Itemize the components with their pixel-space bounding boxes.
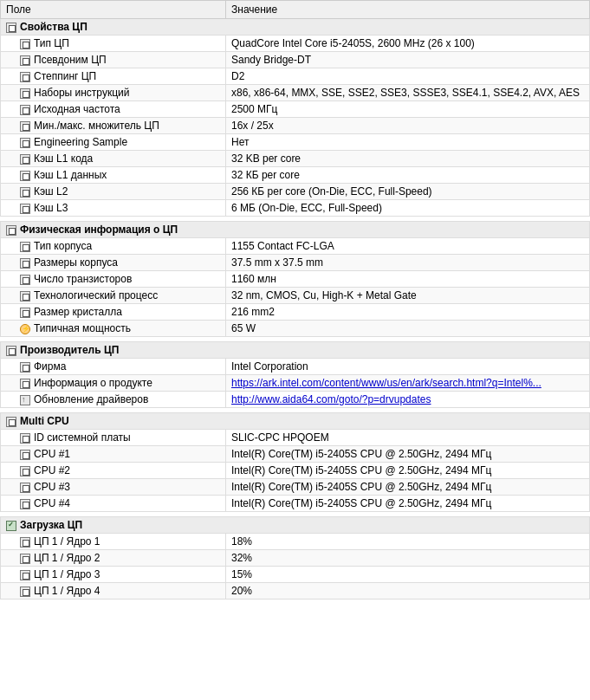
value-link[interactable]: http://www.aida64.com/goto/?p=drvupdates	[231, 393, 431, 405]
square-icon	[20, 433, 30, 444]
field-cell: Технологический процесс	[1, 288, 226, 304]
table-row: Кэш L2256 КБ per core (On-Die, ECC, Full…	[1, 184, 590, 200]
table-row: CPU #3Intel(R) Core(TM) i5-2405S CPU @ 2…	[1, 479, 590, 496]
field-cell: Степпинг ЦП	[1, 68, 226, 85]
field-cell: Мин./макс. множитель ЦП	[1, 118, 226, 134]
square-icon	[20, 171, 30, 181]
square-icon	[20, 187, 30, 198]
orange-icon	[20, 324, 30, 334]
field-cell: Тип корпуса	[1, 238, 226, 255]
value-cell: 2500 МГц	[226, 101, 590, 118]
square-icon	[20, 450, 30, 460]
table-row: Мин./макс. множитель ЦП16x / 25x	[1, 118, 590, 134]
square-icon	[20, 258, 30, 269]
square-icon	[20, 554, 30, 564]
field-cell: Кэш L1 данных	[1, 167, 226, 184]
value-cell: Sandy Bridge-DT	[226, 52, 590, 68]
section-icon	[6, 225, 16, 236]
section-row-cpu-properties: Свойства ЦП	[1, 19, 590, 36]
col-header-value: Значение	[226, 1, 590, 19]
value-cell: 65 W	[226, 321, 590, 337]
table-wrapper: Поле Значение Свойства ЦПТип ЦПQuadCore …	[0, 0, 590, 600]
field-cell: Исходная частота	[1, 101, 226, 118]
value-cell: 18%	[226, 534, 590, 550]
square-icon	[20, 121, 30, 132]
value-cell: 1160 млн	[226, 271, 590, 288]
table-row: ФирмаIntel Corporation	[1, 359, 590, 375]
value-cell: SLIC-CPC HPQOEM	[226, 430, 590, 446]
square-icon	[20, 204, 30, 214]
square-icon	[20, 88, 30, 99]
square-icon	[20, 466, 30, 476]
field-cell: Кэш L3	[1, 200, 226, 217]
field-cell: Фирма	[1, 359, 226, 375]
value-cell: Intel(R) Core(TM) i5-2405S CPU @ 2.50GHz…	[226, 463, 590, 479]
value-cell: 32 nm, CMOS, Cu, High-K + Metal Gate	[226, 288, 590, 304]
value-cell: x86, x86-64, MMX, SSE, SSE2, SSE3, SSSE3…	[226, 85, 590, 101]
value-cell: Intel(R) Core(TM) i5-2405S CPU @ 2.50GHz…	[226, 479, 590, 496]
field-cell: Кэш L1 кода	[1, 151, 226, 167]
field-cell: Число транзисторов	[1, 271, 226, 288]
table-row: Кэш L36 МБ (On-Die, ECC, Full-Speed)	[1, 200, 590, 217]
square-icon	[20, 242, 30, 252]
table-row: Тип корпуса1155 Contact FC-LGA	[1, 238, 590, 255]
square-icon	[20, 362, 30, 373]
section-icon	[6, 417, 16, 427]
data-table: Поле Значение Свойства ЦПТип ЦПQuadCore …	[0, 0, 590, 600]
section-row-multi-cpu: Multi CPU	[1, 413, 590, 430]
section-row-physical-info: Физическая информация о ЦП	[1, 222, 590, 238]
section-label-physical-info: Физическая информация о ЦП	[1, 222, 590, 238]
section-label-cpu-load: Загрузка ЦП	[1, 517, 590, 534]
field-cell: Размер кристалла	[1, 304, 226, 321]
square-icon	[20, 537, 30, 548]
table-row: Степпинг ЦПD2	[1, 68, 590, 85]
value-cell: 1155 Contact FC-LGA	[226, 238, 590, 255]
section-label-cpu-properties: Свойства ЦП	[1, 19, 590, 36]
table-row: Псевдоним ЦПSandy Bridge-DT	[1, 52, 590, 68]
table-row: CPU #1Intel(R) Core(TM) i5-2405S CPU @ 2…	[1, 446, 590, 463]
square-icon	[20, 72, 30, 82]
square-icon	[20, 570, 30, 580]
table-row: ЦП 1 / Ядро 232%	[1, 550, 590, 567]
table-row: Исходная частота2500 МГц	[1, 101, 590, 118]
square-icon	[20, 138, 30, 148]
value-cell: 37.5 mm x 37.5 mm	[226, 255, 590, 271]
square-icon	[20, 291, 30, 301]
value-cell: https://ark.intel.com/content/www/us/en/…	[226, 375, 590, 392]
table-row: Тип ЦПQuadCore Intel Core i5-2405S, 2600…	[1, 36, 590, 52]
value-cell: Нет	[226, 134, 590, 151]
value-cell: 6 МБ (On-Die, ECC, Full-Speed)	[226, 200, 590, 217]
value-link[interactable]: https://ark.intel.com/content/www/us/en/…	[231, 377, 541, 389]
value-cell: 32%	[226, 550, 590, 567]
section-icon	[6, 346, 16, 356]
check-icon	[6, 521, 16, 531]
table-row: Размеры корпуса37.5 mm x 37.5 mm	[1, 255, 590, 271]
value-cell: 32 КБ per core	[226, 167, 590, 184]
value-cell: Intel(R) Core(TM) i5-2405S CPU @ 2.50GHz…	[226, 496, 590, 512]
square-icon	[20, 154, 30, 165]
table-row: Размер кристалла216 mm2	[1, 304, 590, 321]
value-cell: QuadCore Intel Core i5-2405S, 2600 MHz (…	[226, 36, 590, 52]
value-cell: Intel(R) Core(TM) i5-2405S CPU @ 2.50GHz…	[226, 446, 590, 463]
field-cell: CPU #4	[1, 496, 226, 512]
value-cell: 20%	[226, 583, 590, 600]
square-icon	[20, 105, 30, 115]
value-cell: 256 КБ per core (On-Die, ECC, Full-Speed…	[226, 184, 590, 200]
field-cell: Размеры корпуса	[1, 255, 226, 271]
table-row: Информация о продуктеhttps://ark.intel.c…	[1, 375, 590, 392]
field-cell: CPU #2	[1, 463, 226, 479]
value-cell: 16x / 25x	[226, 118, 590, 134]
table-row: Число транзисторов1160 млн	[1, 271, 590, 288]
table-row: CPU #4Intel(R) Core(TM) i5-2405S CPU @ 2…	[1, 496, 590, 512]
section-label-manufacturer: Производитель ЦП	[1, 342, 590, 359]
field-cell: CPU #3	[1, 479, 226, 496]
section-label-multi-cpu: Multi CPU	[1, 413, 590, 430]
square-icon	[20, 39, 30, 49]
field-cell: ЦП 1 / Ядро 3	[1, 567, 226, 583]
value-cell: 216 mm2	[226, 304, 590, 321]
table-row: ЦП 1 / Ядро 420%	[1, 583, 590, 600]
field-cell: Псевдоним ЦП	[1, 52, 226, 68]
field-cell: ЦП 1 / Ядро 1	[1, 534, 226, 550]
value-cell: D2	[226, 68, 590, 85]
table-row: ЦП 1 / Ядро 118%	[1, 534, 590, 550]
